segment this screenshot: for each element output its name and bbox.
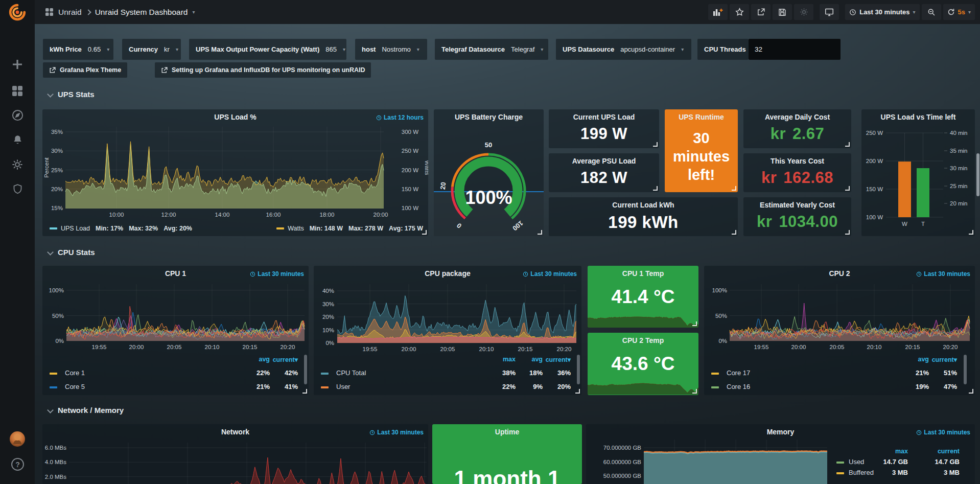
grafana-logo[interactable] bbox=[0, 3, 35, 21]
panel-title[interactable]: Estimated Yearly Cost bbox=[743, 201, 851, 209]
legend-name[interactable]: CPU Total bbox=[336, 369, 366, 377]
panel-title[interactable]: Average Daily Cost bbox=[743, 113, 851, 121]
legend-row[interactable]: User 22% 9% 20% bbox=[314, 383, 581, 392]
sidebar-alerting-icon[interactable] bbox=[0, 134, 35, 146]
panel-resize-handle[interactable] bbox=[653, 142, 658, 147]
legend-name[interactable]: Core 5 bbox=[65, 383, 85, 390]
panel-resize-handle[interactable] bbox=[575, 389, 580, 394]
legend-row[interactable]: Used 14.7 GB 14.7 GB bbox=[586, 458, 975, 467]
panel-resize-handle[interactable] bbox=[845, 142, 850, 147]
panel-resize-handle[interactable] bbox=[302, 389, 307, 394]
dashboard-title-caret-icon[interactable]: ▾ bbox=[192, 10, 195, 15]
legend-row[interactable]: Core 5 21% 41% bbox=[42, 383, 309, 392]
panel-resize-handle[interactable] bbox=[732, 230, 736, 235]
legend-header-current[interactable]: current▾ bbox=[273, 356, 298, 363]
apps-grid-icon[interactable] bbox=[45, 8, 54, 16]
panel-time-range[interactable]: Last 30 minutes bbox=[250, 270, 304, 278]
panel-resize-handle[interactable] bbox=[845, 230, 850, 235]
panel-title[interactable]: Average PSU Load bbox=[549, 157, 659, 165]
legend-row[interactable]: Core 1 22% 42% bbox=[42, 369, 309, 378]
row-header-network-memory[interactable]: Network / Memory bbox=[48, 406, 124, 414]
panel-resize-handle[interactable] bbox=[653, 186, 658, 191]
link-grafana-plex-theme[interactable]: Grafana Plex Theme bbox=[43, 62, 127, 78]
panel-resize-handle[interactable] bbox=[538, 230, 542, 235]
legend-row[interactable]: CPU Total 38% 18% 36% bbox=[314, 369, 581, 378]
panel-time-range[interactable]: Last 30 minutes bbox=[369, 429, 424, 436]
time-range-picker[interactable]: Last 30 minutes ▾ bbox=[845, 4, 919, 20]
sidebar-add-icon[interactable] bbox=[0, 59, 35, 70]
ups-load-vs-time-chart-canvas[interactable]: 250 W200 W150 W100 W40 min35 min30 min25… bbox=[861, 109, 975, 236]
dashboard-settings-button[interactable] bbox=[794, 4, 813, 20]
legend-scrollbar[interactable] bbox=[577, 355, 580, 384]
legend-header-current[interactable]: current▾ bbox=[546, 356, 571, 363]
help-icon[interactable]: ? bbox=[0, 457, 35, 471]
legend-scrollbar[interactable] bbox=[964, 355, 967, 384]
panel-resize-handle[interactable] bbox=[845, 186, 850, 191]
save-dashboard-button[interactable] bbox=[773, 4, 792, 20]
panel-time-range[interactable]: Last 30 minutes bbox=[523, 270, 577, 278]
legend-header-avg[interactable]: avg bbox=[531, 356, 543, 363]
panel-resize-handle[interactable] bbox=[969, 230, 973, 235]
panel-resize-handle[interactable] bbox=[422, 230, 427, 235]
legend-row[interactable]: Core 16 19% 47% bbox=[704, 383, 975, 392]
variable-ups-max-output[interactable]: UPS Max Output Power Capacity (Watt) 865… bbox=[189, 39, 346, 60]
legend-scrollbar[interactable] bbox=[304, 355, 307, 384]
legend-row[interactable]: Core 17 21% 51% bbox=[704, 369, 975, 378]
share-dashboard-button[interactable] bbox=[751, 4, 771, 20]
panel-title[interactable]: Uptime bbox=[432, 428, 582, 436]
legend-header-avg[interactable]: avg bbox=[259, 356, 270, 363]
cpu-threads-input[interactable] bbox=[749, 39, 841, 60]
legend-header-current[interactable]: current▾ bbox=[932, 356, 957, 363]
panel-time-range[interactable]: Last 12 hours bbox=[376, 114, 424, 121]
panel-resize-handle[interactable] bbox=[692, 321, 697, 326]
legend-item[interactable]: Watts Min: 148 W Max: 278 W Avg: 175 W bbox=[276, 225, 423, 232]
variable-ups-datasource[interactable]: UPS Datasource apcupsd-container ▾ bbox=[556, 39, 691, 60]
panel-title[interactable]: UPS Runtime bbox=[665, 113, 738, 121]
variable-currency[interactable]: Currency kr ▾ bbox=[122, 39, 181, 60]
zoom-out-button[interactable] bbox=[922, 4, 941, 20]
variable-telegraf-datasource[interactable]: Telegraf Datasource Telegraf ▾ bbox=[435, 39, 548, 60]
sidebar-explore-icon[interactable] bbox=[0, 109, 35, 121]
panel-resize-handle[interactable] bbox=[969, 389, 973, 394]
legend-name[interactable]: Watts bbox=[288, 225, 304, 232]
panel-title[interactable]: CPU 1 Temp bbox=[588, 269, 698, 278]
mark-favorite-button[interactable] bbox=[730, 4, 749, 20]
sidebar-server-admin-icon[interactable] bbox=[0, 183, 35, 195]
legend-header-max[interactable]: max bbox=[503, 356, 516, 363]
legend-name[interactable]: User bbox=[336, 383, 350, 390]
breadcrumb-root[interactable]: Unraid bbox=[58, 8, 82, 17]
variable-kwh-price[interactable]: kWh Price 0.65 ▾ bbox=[43, 39, 113, 60]
user-avatar[interactable] bbox=[0, 431, 35, 447]
add-panel-button[interactable] bbox=[708, 4, 728, 20]
panel-title[interactable]: Current Load kWh bbox=[549, 201, 738, 209]
link-ups-monitoring-guide[interactable]: Setting up Grafana and InfluxDB for UPS … bbox=[155, 62, 371, 78]
panel-title[interactable]: CPU 2 Temp bbox=[588, 336, 698, 344]
ups-load-chart-canvas[interactable]: 35%300 W30%250 W25%200 W20%150 W15%100 W… bbox=[42, 109, 428, 236]
legend-header-current[interactable]: current bbox=[938, 448, 960, 455]
panel-time-range[interactable]: Last 30 minutes bbox=[916, 429, 970, 436]
legend-name[interactable]: Core 1 bbox=[65, 369, 85, 377]
panel-resize-handle[interactable] bbox=[692, 389, 697, 394]
legend-header-max[interactable]: max bbox=[895, 448, 908, 455]
sidebar-configuration-icon[interactable] bbox=[0, 159, 35, 170]
panel-time-range[interactable]: Last 30 minutes bbox=[916, 270, 970, 278]
panel-title[interactable]: UPS Load % bbox=[42, 113, 428, 121]
sidebar-dashboards-icon[interactable] bbox=[0, 85, 35, 97]
panel-title[interactable]: UPS Load vs Time left bbox=[861, 113, 975, 121]
refresh-button[interactable]: 5s ▾ bbox=[943, 4, 975, 20]
panel-resize-handle[interactable] bbox=[732, 186, 736, 191]
panel-title[interactable]: This Years Cost bbox=[743, 157, 851, 165]
row-header-ups-stats[interactable]: UPS Stats bbox=[48, 90, 95, 99]
panel-title[interactable]: UPS Battery Charge bbox=[434, 113, 544, 121]
dashboard-title[interactable]: Unraid System Dashboard bbox=[95, 8, 188, 17]
legend-item[interactable]: UPS Load Min: 17% Max: 32% Avg: 20% bbox=[50, 225, 192, 232]
legend-row[interactable]: Buffered 3 MB 3 MB bbox=[586, 469, 975, 478]
variable-host[interactable]: host Nostromo ▾ bbox=[355, 39, 427, 60]
legend-header-avg[interactable]: avg bbox=[918, 356, 929, 363]
legend-name[interactable]: Core 16 bbox=[727, 383, 750, 390]
kiosk-mode-button[interactable] bbox=[820, 4, 839, 20]
legend-name[interactable]: Used bbox=[849, 458, 864, 466]
row-header-cpu-stats[interactable]: CPU Stats bbox=[48, 248, 95, 257]
page-scrollbar[interactable] bbox=[976, 153, 979, 196]
panel-title[interactable]: Current UPS Load bbox=[549, 113, 659, 121]
